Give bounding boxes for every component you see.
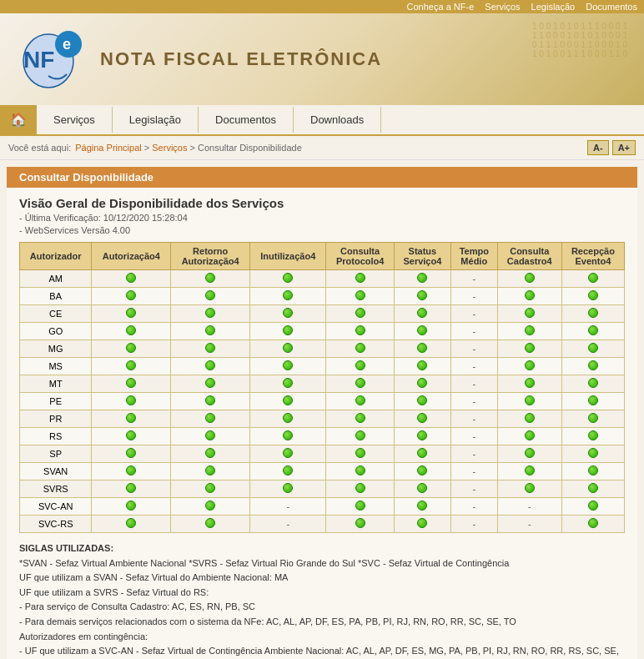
cell-status-7-4 [394,393,450,410]
top-nav-legislacao[interactable]: Legislação [531,2,576,12]
green-status-dot [588,343,598,353]
top-nav-servicos[interactable]: Serviços [485,2,520,12]
nav-legislacao[interactable]: Legislação [113,107,199,133]
green-status-dot [525,483,535,493]
cell-status-5-4 [394,358,450,375]
dash-indicator: - [286,519,289,529]
green-status-dot [283,395,293,405]
green-status-dot [525,273,535,283]
green-status-dot [588,360,598,370]
col-header-consulta-proto: ConsultaProtocolo4 [326,243,394,270]
green-status-dot [205,413,215,423]
table-row: RS- [20,428,625,445]
main-content: Visão Geral de Disponibilidade dos Servi… [7,188,637,659]
green-status-dot [355,465,365,475]
cell-status-1-1 [171,288,250,305]
cell-status-2-3 [326,305,394,323]
green-status-dot [588,308,598,318]
main-navigation: 🏠 Serviços Legislação Documentos Downloa… [0,105,644,136]
green-status-dot [525,325,535,335]
font-decrease-button[interactable]: A- [587,140,609,155]
green-status-dot [417,483,427,493]
breadcrumb-home[interactable]: Página Principal [75,143,142,153]
cell-status-13-2: - [250,498,326,516]
cell-status-6-5: - [450,375,497,393]
green-status-dot [355,430,365,440]
cell-authorizer-name: MS [20,358,92,375]
green-status-dot [126,413,136,423]
dash-indicator: - [472,274,475,284]
cell-status-5-3 [326,358,394,375]
cell-status-10-4 [394,445,450,463]
cell-status-14-3 [326,516,394,533]
nav-servicos[interactable]: Serviços [37,107,113,133]
cell-status-12-6 [497,480,561,498]
nav-documentos[interactable]: Documentos [199,107,294,133]
green-status-dot [126,448,136,458]
green-status-dot [525,395,535,405]
table-row: AM- [20,270,625,288]
cell-status-1-6 [497,288,561,305]
green-status-dot [355,325,365,335]
dash-indicator: - [472,501,475,511]
green-status-dot [417,501,427,511]
cell-status-11-4 [394,463,450,480]
green-status-dot [588,518,598,528]
top-nav-conheca[interactable]: Conheça a NF-e [407,2,475,12]
cell-status-5-2 [250,358,326,375]
dash-indicator: - [472,519,475,529]
green-status-dot [417,465,427,475]
cell-status-4-0 [92,340,171,358]
green-status-dot [283,308,293,318]
green-status-dot [588,465,598,475]
home-button[interactable]: 🏠 [0,105,37,134]
cell-status-3-6 [497,323,561,340]
cell-status-9-3 [326,428,394,445]
green-status-dot [126,378,136,388]
green-status-dot [283,290,293,300]
cell-status-2-4 [394,305,450,323]
cell-status-4-7 [561,340,624,358]
cell-status-6-1 [171,375,250,393]
cell-status-8-1 [171,410,250,428]
green-status-dot [525,430,535,440]
cell-authorizer-name: MT [20,375,92,393]
page-title-bar: Consultar Disponibilidade [7,167,637,188]
cell-authorizer-name: PE [20,393,92,410]
cell-status-12-2 [250,480,326,498]
cell-status-3-7 [561,323,624,340]
top-nav-documentos[interactable]: Documentos [586,2,637,12]
green-status-dot [525,360,535,370]
breadcrumb-servicos[interactable]: Serviços [152,143,187,153]
cell-status-6-0 [92,375,171,393]
green-status-dot [126,483,136,493]
cell-status-0-6 [497,270,561,288]
last-check: - Última Verificação: 10/12/2020 15:28:0… [19,213,625,223]
cell-status-3-3 [326,323,394,340]
green-status-dot [126,325,136,335]
font-increase-button[interactable]: A+ [612,140,636,155]
green-status-dot [126,273,136,283]
dash-indicator: - [472,379,475,389]
cell-authorizer-name: SVC-AN [20,498,92,516]
table-row: BA- [20,288,625,305]
svg-text:NF: NF [23,47,54,73]
cell-status-0-7 [561,270,624,288]
cell-status-7-0 [92,393,171,410]
green-status-dot [417,290,427,300]
cell-status-9-6 [497,428,561,445]
legends-section: SIGLAS UTILIZADAS: *SVAN - Sefaz Virtual… [19,541,625,659]
cell-status-11-2 [250,463,326,480]
green-status-dot [355,395,365,405]
cell-status-13-6: - [497,498,561,516]
table-header-row: Autorizador Autorização4 RetornoAutoriza… [20,243,625,270]
green-status-dot [525,308,535,318]
nav-downloads[interactable]: Downloads [294,107,381,133]
green-status-dot [205,518,215,528]
cell-status-9-1 [171,428,250,445]
green-status-dot [205,378,215,388]
table-row: PR- [20,410,625,428]
green-status-dot [205,273,215,283]
cell-authorizer-name: GO [20,323,92,340]
cell-status-2-7 [561,305,624,323]
